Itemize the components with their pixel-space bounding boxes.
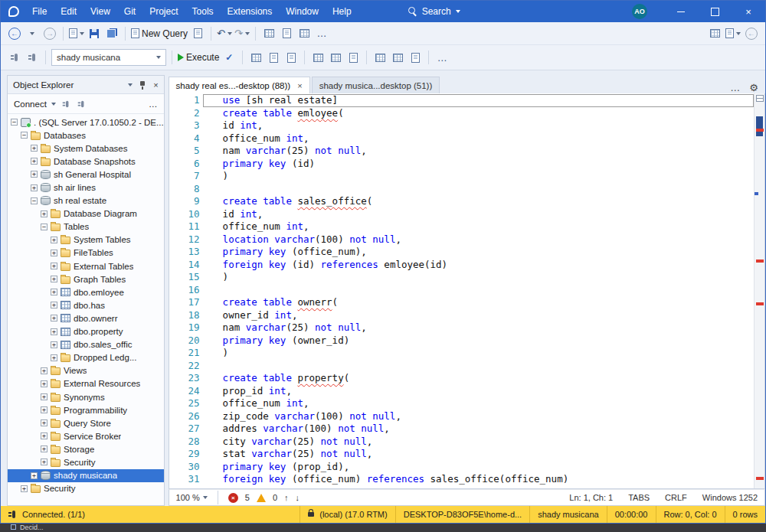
code-line[interactable]: 29stat varchar(25) not null,	[169, 448, 754, 461]
code-line[interactable]: 2create table emloyee(	[169, 107, 754, 120]
layout-icon-button[interactable]	[725, 24, 741, 43]
warning-count[interactable]: 0	[273, 493, 277, 502]
tree-item[interactable]: +Database Diagram	[8, 207, 164, 220]
code-line[interactable]: 26zip_code varchar(100) not null,	[169, 410, 754, 423]
back-dropdown[interactable]	[25, 24, 40, 43]
line-number[interactable]: 16	[169, 284, 203, 297]
menu-view[interactable]: View	[83, 1, 117, 22]
tree-item[interactable]: +FileTables	[8, 246, 164, 259]
line-number[interactable]: 10	[169, 208, 203, 221]
line-number[interactable]: 31	[169, 473, 203, 486]
tree-item[interactable]: +Synonyms	[8, 390, 164, 403]
error-mark[interactable]	[756, 302, 764, 305]
menu-window[interactable]: Window	[279, 1, 326, 22]
comment-button[interactable]	[310, 48, 326, 67]
line-number[interactable]: 5	[169, 145, 203, 158]
expand-icon[interactable]: +	[31, 145, 38, 152]
tree-item[interactable]: +Security	[8, 455, 164, 468]
menu-extensions[interactable]: Extensions	[221, 1, 280, 22]
indent-button[interactable]	[345, 48, 361, 67]
line-number[interactable]: 28	[169, 436, 203, 449]
scrollbar-thumb[interactable]	[756, 116, 763, 136]
tab-overflow-button[interactable]: …	[730, 82, 740, 93]
pin-icon[interactable]	[139, 80, 146, 90]
search-button[interactable]: Search	[401, 4, 468, 19]
code-line[interactable]: 17create table ownerr(	[169, 296, 754, 309]
editor-tab[interactable]: shady musica...desktop (51))	[312, 77, 440, 93]
connect-dropdown[interactable]: Connect	[14, 100, 47, 109]
splitter-handle[interactable]	[756, 95, 764, 102]
results-text-button[interactable]	[266, 48, 281, 67]
line-number[interactable]: 1	[169, 94, 203, 107]
code-line[interactable]: 18owner_id int,	[169, 309, 754, 322]
code-editor[interactable]: 1use [sh real estate]2create table emloy…	[169, 93, 765, 489]
line-number[interactable]: 24	[169, 385, 203, 398]
minimize-button[interactable]	[664, 1, 698, 22]
maximize-button[interactable]	[698, 1, 732, 22]
code-line[interactable]: 24prop_id int,	[169, 385, 754, 398]
expand-icon[interactable]: +	[41, 459, 47, 465]
code-line[interactable]: 15)	[169, 271, 754, 284]
results-file-button[interactable]	[283, 48, 299, 67]
collapse-icon[interactable]: −	[21, 132, 28, 139]
expand-icon[interactable]: +	[51, 354, 57, 361]
line-number[interactable]: 3	[169, 119, 203, 132]
connect-query-button[interactable]	[7, 48, 22, 67]
uncomment-button[interactable]	[328, 48, 343, 67]
line-number[interactable]: 2	[169, 107, 203, 120]
code-line[interactable]: 25office_num int,	[169, 397, 754, 410]
expand-icon[interactable]: +	[31, 472, 38, 479]
display-plan-button[interactable]	[390, 48, 405, 67]
tree-item[interactable]: +Security	[8, 482, 164, 495]
menu-help[interactable]: Help	[326, 1, 358, 22]
properties-icon-button[interactable]	[296, 24, 312, 43]
expand-icon[interactable]: +	[41, 380, 47, 387]
line-number[interactable]: 17	[169, 296, 203, 309]
tree-item[interactable]: +External Tables	[8, 259, 164, 273]
expand-icon[interactable]: +	[41, 432, 47, 439]
line-number[interactable]: 19	[169, 321, 203, 335]
close-tab-icon[interactable]: ×	[297, 81, 302, 90]
expand-icon[interactable]: +	[31, 184, 38, 191]
line-number[interactable]: 7	[169, 170, 203, 183]
tree-item[interactable]: −sh real estate	[8, 194, 164, 207]
change-connection-button[interactable]	[25, 48, 40, 67]
code-line[interactable]: 10id int,	[169, 208, 754, 221]
expand-icon[interactable]: +	[41, 393, 47, 400]
close-button[interactable]: ×	[732, 1, 765, 22]
tree-item[interactable]: +System Databases	[8, 142, 164, 155]
encoding-indicator[interactable]: Windows 1252	[702, 493, 758, 502]
code-line[interactable]: 13primary key (office_num),	[169, 246, 754, 259]
line-number[interactable]: 8	[169, 183, 203, 196]
expand-icon[interactable]: +	[51, 289, 57, 295]
code-line[interactable]: 23create table property(	[169, 372, 754, 385]
line-number[interactable]: 4	[169, 132, 203, 145]
sql-toolbar-overflow-button[interactable]: …	[434, 48, 450, 67]
expand-icon[interactable]: +	[51, 315, 57, 321]
disconnect-icon[interactable]	[61, 100, 70, 109]
menu-git[interactable]: Git	[117, 1, 142, 22]
compare-icon-button[interactable]	[707, 24, 722, 43]
expand-icon[interactable]: +	[51, 341, 57, 348]
line-number[interactable]: 26	[169, 410, 203, 423]
line-number[interactable]: 18	[169, 309, 203, 322]
error-mark[interactable]	[756, 259, 764, 263]
expand-icon[interactable]: +	[51, 263, 57, 269]
tree-item[interactable]: +External Resources	[8, 377, 164, 390]
code-line[interactable]: 12location varchar(100) not null,	[169, 233, 754, 246]
code-line[interactable]: 14foreign key (id) references emloyee(id…	[169, 259, 754, 272]
tree-item[interactable]: +Programmability	[8, 403, 164, 416]
tree-item[interactable]: +dbo.has	[8, 299, 164, 312]
expand-icon[interactable]: +	[41, 406, 47, 413]
tree-item[interactable]: +sh General Hospital	[8, 168, 164, 181]
code-line[interactable]: 21)	[169, 347, 754, 360]
line-number[interactable]: 9	[169, 195, 203, 208]
undo-button[interactable]: ↶	[217, 24, 232, 43]
line-number[interactable]: 22	[169, 360, 203, 373]
editor-scrollbar[interactable]	[754, 93, 764, 488]
expand-icon[interactable]: +	[51, 237, 57, 243]
stop-icon[interactable]	[77, 100, 86, 109]
line-number[interactable]: 15	[169, 271, 203, 284]
new-file-button[interactable]	[69, 24, 84, 43]
tree-item[interactable]: +dbo.emloyee	[8, 286, 164, 299]
